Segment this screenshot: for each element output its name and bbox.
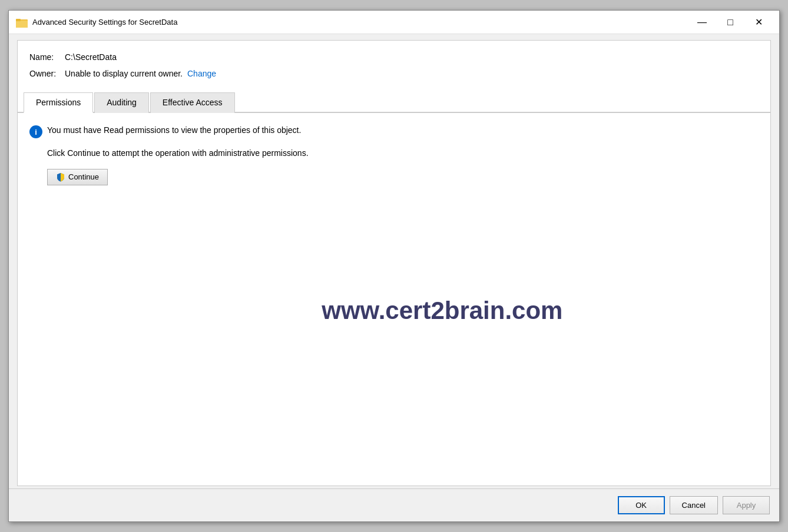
tab-permissions[interactable]: Permissions (24, 92, 93, 113)
tab-auditing[interactable]: Auditing (94, 92, 149, 113)
owner-label: Owner: (29, 69, 65, 78)
watermark: www.cert2brain.com (322, 297, 562, 325)
close-button[interactable]: ✕ (745, 14, 772, 31)
continue-description: Click Continue to attempt the operation … (47, 148, 759, 159)
title-bar: Advanced Security Settings for SecretDat… (9, 11, 779, 34)
maximize-button[interactable]: □ (717, 14, 744, 31)
owner-row: Owner: Unable to display current owner. … (29, 69, 759, 78)
uac-shield-icon (56, 172, 65, 182)
name-label: Name: (29, 52, 65, 62)
window-title: Advanced Security Settings for SecretDat… (32, 18, 688, 26)
tabs-row: Permissions Auditing Effective Access (18, 91, 770, 113)
minimize-button[interactable]: — (688, 14, 716, 31)
ok-button[interactable]: OK (618, 496, 665, 514)
svg-rect-2 (16, 19, 21, 21)
window-controls: — □ ✕ (688, 14, 772, 31)
tab-content-wrapper: i You must have Read permissions to view… (18, 113, 770, 486)
name-row: Name: C:\SecretData (29, 52, 759, 62)
tab-effective-access[interactable]: Effective Access (150, 92, 235, 113)
file-info: Name: C:\SecretData Owner: Unable to dis… (18, 41, 770, 91)
info-message: i You must have Read permissions to view… (29, 125, 759, 138)
tab-content-permissions: i You must have Read permissions to view… (18, 113, 770, 197)
cancel-button[interactable]: Cancel (670, 496, 718, 514)
content-area: Name: C:\SecretData Owner: Unable to dis… (17, 40, 771, 486)
continue-button[interactable]: Continue (47, 169, 108, 185)
change-owner-link[interactable]: Change (187, 69, 216, 78)
main-window: Advanced Security Settings for SecretDat… (8, 10, 780, 522)
bottom-bar: OK Cancel Apply (9, 488, 779, 521)
folder-icon (16, 16, 28, 28)
apply-button[interactable]: Apply (723, 496, 770, 514)
svg-rect-1 (16, 21, 28, 28)
owner-value: Unable to display current owner. (65, 69, 183, 78)
name-value: C:\SecretData (65, 52, 117, 62)
info-icon: i (29, 125, 42, 138)
continue-button-label: Continue (68, 172, 99, 181)
info-message-text: You must have Read permissions to view t… (47, 125, 301, 137)
